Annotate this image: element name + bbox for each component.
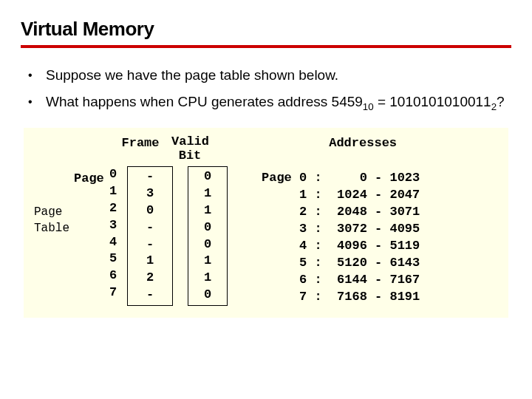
page-idx: 1	[106, 183, 120, 200]
address-ranges-block: Addresses Page 0 : 0 - 1023 1 : 1024 - 2…	[262, 135, 420, 306]
address-row: 4 : 4096 - 5119	[262, 238, 420, 255]
frame-cell: -	[140, 168, 160, 185]
page-word-column: Page	[74, 166, 103, 307]
valid-cell: 0	[200, 168, 215, 185]
bullet-2-mid: = 1010101010011	[374, 94, 491, 109]
valid-cell: 0	[200, 236, 215, 253]
frame-cell: 3	[140, 185, 160, 202]
address-row: 2 : 2048 - 3071	[262, 204, 420, 221]
page-idx: 6	[106, 267, 120, 284]
bullet-1-text: Suppose we have the page table shown bel…	[46, 66, 511, 85]
bullet-2: • What happens when CPU generates addres…	[28, 92, 511, 114]
valid-cell: 1	[200, 185, 215, 202]
page-word: Page	[74, 171, 103, 188]
frame-cell: -	[140, 219, 160, 236]
page-idx: 2	[106, 200, 120, 217]
page-table-figure: Page Table Frame Valid Bit Page 0	[24, 128, 508, 318]
address-rows: Page 0 : 0 - 1023 1 : 1024 - 2047 2 : 20…	[262, 170, 420, 306]
page-idx: 5	[106, 250, 120, 267]
page-table-side-label: Page Table	[34, 135, 74, 306]
bullet-dot-icon: •	[28, 92, 46, 114]
page-index-column: 0 1 2 3 4 5 6 7	[106, 166, 120, 307]
slide: Virtual Memory • Suppose we have the pag…	[0, 0, 532, 335]
valid-column: 0 1 1 0 0 1 1 0	[188, 166, 228, 307]
bullet-2-tail: ?	[497, 94, 505, 109]
address-row: 5 : 5120 - 6143	[262, 255, 420, 272]
page-idx: 4	[106, 234, 120, 251]
frame-cell: -	[140, 287, 160, 304]
page-table-block: Page Table Frame Valid Bit Page 0	[34, 135, 235, 306]
valid-cell: 0	[200, 287, 215, 304]
bullet-2-sub1: 10	[363, 100, 374, 112]
valid-cell: 1	[200, 202, 215, 219]
bullet-1: • Suppose we have the page table shown b…	[28, 66, 511, 85]
valid-bit-header: Valid Bit	[167, 135, 213, 166]
frame-column: - 3 0 - - 1 2 -	[127, 166, 173, 307]
page-idx: 3	[106, 217, 120, 234]
frame-cell: 2	[140, 270, 160, 287]
valid-cell: 1	[200, 253, 215, 270]
address-row: 3 : 3072 - 4095	[262, 221, 420, 238]
bullet-2-pre: What happens when CPU generates address …	[46, 94, 363, 109]
valid-cell: 0	[200, 219, 215, 236]
page-idx: 0	[106, 166, 120, 183]
slide-title: Virtual Memory	[21, 18, 511, 41]
bullet-2-sub2: 2	[491, 100, 497, 112]
bullet-dot-icon: •	[28, 66, 46, 85]
frame-cell: -	[140, 236, 160, 253]
address-row: Page 0 : 0 - 1023	[262, 170, 420, 187]
valid-cell: 1	[200, 270, 215, 287]
address-row: 1 : 1024 - 2047	[262, 187, 420, 204]
frame-header: Frame	[114, 135, 167, 166]
addresses-header: Addresses	[262, 135, 420, 164]
frame-cell: 0	[140, 202, 160, 219]
address-row: 7 : 7168 - 8191	[262, 289, 420, 306]
title-underline	[21, 45, 511, 48]
address-row: 6 : 6144 - 7167	[262, 272, 420, 289]
bullet-list: • Suppose we have the page table shown b…	[28, 66, 511, 113]
bullet-2-text: What happens when CPU generates address …	[46, 92, 511, 114]
frame-cell: 1	[140, 253, 160, 270]
page-idx: 7	[106, 284, 120, 301]
